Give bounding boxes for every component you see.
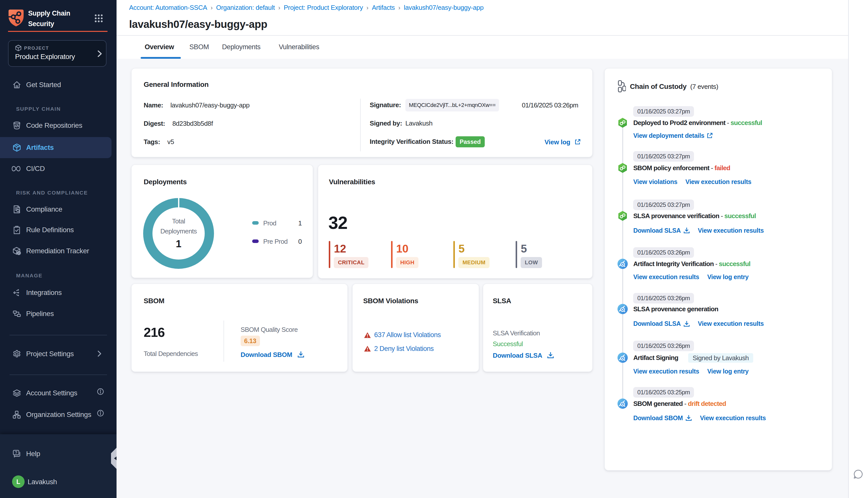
svg-text:?: ? (15, 450, 17, 455)
